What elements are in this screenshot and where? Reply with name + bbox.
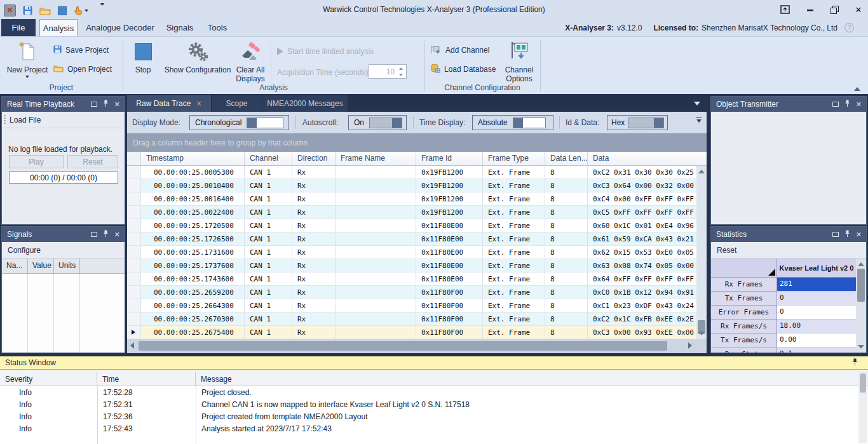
tab-nmea2000-messages[interactable]: NMEA2000 Messages: [262, 95, 348, 112]
tab-analysis[interactable]: Analysis: [39, 19, 78, 36]
trace-row[interactable]: 00.00:00:25.0022400CAN 1Rx0x19FB1200Ext.…: [127, 206, 696, 219]
tab-file[interactable]: File: [1, 19, 36, 36]
stat-value[interactable]: 0.1: [777, 347, 856, 353]
trace-row[interactable]: 00.00:00:25.1743600CAN 1Rx0x11F80E00Ext.…: [127, 272, 696, 286]
close-icon[interactable]: ✕: [856, 231, 862, 238]
column-header-channel[interactable]: Channel: [245, 152, 292, 165]
signals-col-value[interactable]: Value: [28, 259, 54, 273]
status-row[interactable]: Info17:52:31Channel CAN 1 is now mapped …: [0, 398, 868, 410]
horizontal-scrollbar[interactable]: [127, 339, 707, 353]
trace-row[interactable]: 00.00:00:25.1731600CAN 1Rx0x11F80E00Ext.…: [127, 246, 696, 259]
add-channel-button[interactable]: Add Channel: [431, 44, 489, 57]
scroll-down-icon[interactable]: [856, 342, 866, 351]
status-col-severity[interactable]: Severity: [0, 372, 97, 386]
acquisition-time-spinner[interactable]: 10: [369, 64, 407, 79]
tab-close-icon[interactable]: ✕: [196, 100, 201, 108]
toolbar-overflow-icon[interactable]: [696, 118, 702, 123]
statistics-scrollbar[interactable]: [856, 259, 866, 353]
save-project-button[interactable]: Save Project: [53, 44, 109, 57]
trace-row[interactable]: 00.00:00:25.1737600CAN 1Rx0x11F80E00Ext.…: [127, 259, 696, 272]
start-time-limited-button[interactable]: Start time limited analysis: [277, 45, 374, 58]
scrollbar-thumb[interactable]: [857, 269, 865, 302]
column-header-data[interactable]: Data: [588, 152, 707, 165]
group-by-bar[interactable]: Drag a column header here to group by th…: [127, 133, 707, 152]
scroll-up-icon[interactable]: [856, 260, 866, 269]
column-header-timestamp[interactable]: Timestamp: [141, 152, 245, 165]
scroll-right-icon[interactable]: [685, 342, 695, 349]
column-header-direction[interactable]: Direction: [292, 152, 336, 165]
load-database-button[interactable]: Load Database: [431, 63, 496, 76]
pin-icon[interactable]: [852, 358, 858, 368]
pin-icon[interactable]: [844, 100, 850, 109]
tab-list-dropdown-icon[interactable]: [694, 102, 700, 105]
trace-row[interactable]: 00.00:00:25.2675400CAN 1Rx0x11F80F00Ext.…: [127, 326, 696, 339]
tab-raw-data-trace[interactable]: Raw Data Trace ✕: [127, 95, 212, 112]
trace-row[interactable]: 00.00:00:25.0005300CAN 1Rx0x19FB1200Ext.…: [127, 166, 696, 179]
trace-row[interactable]: 00.00:00:25.2664300CAN 1Rx0x11F80F00Ext.…: [127, 299, 696, 313]
close-button[interactable]: ✕: [849, 3, 868, 17]
float-icon[interactable]: [832, 102, 839, 107]
toolbar-grip[interactable]: [4, 115, 6, 125]
scrollbar-thumb[interactable]: [139, 341, 667, 351]
display-mode-toggle[interactable]: Chronological: [189, 115, 289, 130]
load-file-button[interactable]: Load File: [10, 116, 41, 124]
close-icon[interactable]: ✕: [114, 231, 120, 238]
status-row[interactable]: Info17:52:43Analysis started at 2023/7/1…: [0, 422, 868, 434]
scroll-up-icon[interactable]: [696, 167, 707, 176]
float-icon[interactable]: [832, 232, 839, 237]
close-icon[interactable]: ✕: [856, 101, 862, 108]
status-scrollbar[interactable]: [858, 372, 867, 443]
float-icon[interactable]: [91, 102, 97, 107]
open-project-button[interactable]: Open Project: [53, 63, 112, 76]
autoscroll-toggle[interactable]: On: [348, 115, 407, 130]
close-icon[interactable]: ✕: [114, 101, 120, 108]
column-header-data-len[interactable]: Data Len...: [545, 152, 588, 165]
scroll-down-icon[interactable]: [696, 329, 707, 338]
tab-tools[interactable]: Tools: [201, 19, 234, 36]
stat-value[interactable]: 0.00: [777, 333, 856, 347]
channel-options-button[interactable]: Channel Options: [501, 39, 538, 83]
stat-value[interactable]: 18.00: [777, 320, 856, 333]
float-icon[interactable]: [91, 232, 97, 237]
pin-icon[interactable]: [844, 230, 850, 239]
trace-row[interactable]: 00.00:00:25.2659200CAN 1Rx0x11F80F00Ext.…: [127, 286, 696, 299]
tab-analogue-decoder[interactable]: Analogue Decoder: [81, 19, 159, 36]
stat-value[interactable]: 0: [777, 306, 856, 320]
spin-down-icon[interactable]: [397, 72, 405, 77]
trace-row[interactable]: 00.00:00:25.0016400CAN 1Rx0x19FB1200Ext.…: [127, 192, 696, 206]
stop-button[interactable]: Stop: [127, 39, 159, 74]
reset-button[interactable]: Reset: [717, 246, 736, 255]
popout-icon[interactable]: [775, 3, 794, 17]
restore-button[interactable]: [825, 3, 844, 17]
ribbon-collapse-icon[interactable]: [854, 87, 860, 91]
status-row[interactable]: Info17:52:36Project created from templat…: [0, 410, 868, 422]
play-button[interactable]: Play: [9, 155, 64, 168]
column-header-frame-name[interactable]: Frame Name: [336, 152, 416, 165]
spin-up-icon[interactable]: [397, 65, 405, 71]
trace-row[interactable]: 00.00:00:25.1720500CAN 1Rx0x11F80E00Ext.…: [127, 219, 696, 232]
signals-col-units[interactable]: Units: [54, 259, 80, 273]
pin-icon[interactable]: [103, 230, 109, 239]
vertical-scrollbar[interactable]: [696, 166, 707, 339]
trace-row[interactable]: 00.00:00:25.2670300CAN 1Rx0x11F80F00Ext.…: [127, 313, 696, 326]
clear-all-displays-button[interactable]: Clear All Displays: [233, 39, 268, 83]
column-header-frame-type[interactable]: Frame Type: [483, 152, 545, 165]
stat-value[interactable]: 0: [777, 292, 856, 306]
statistics-column-header[interactable]: Kvaser Leaf Light v2 0: [777, 259, 856, 278]
status-col-message[interactable]: Message: [196, 372, 868, 386]
time-display-toggle[interactable]: Absolute: [472, 115, 553, 130]
status-col-time[interactable]: Time: [97, 372, 196, 386]
scrollbar-thumb[interactable]: [860, 373, 866, 393]
column-header-frame-id[interactable]: Frame Id: [416, 152, 483, 165]
show-configuration-button[interactable]: Show Configuration: [160, 39, 235, 74]
status-row[interactable]: Info17:52:28Project closed.: [0, 386, 868, 398]
reset-button[interactable]: Reset: [67, 155, 118, 168]
trace-row[interactable]: 00.00:00:25.0010400CAN 1Rx0x19FB1200Ext.…: [127, 179, 696, 192]
new-project-button[interactable]: New Project: [5, 39, 50, 78]
minimize-button[interactable]: [801, 3, 820, 17]
tab-scope[interactable]: Scope: [212, 95, 262, 112]
help-icon[interactable]: ?: [844, 23, 854, 32]
trace-row[interactable]: 00.00:00:25.1726500CAN 1Rx0x11F80E00Ext.…: [127, 232, 696, 246]
stat-value[interactable]: 281: [777, 278, 856, 292]
signals-col-name[interactable]: Na...: [2, 259, 28, 273]
